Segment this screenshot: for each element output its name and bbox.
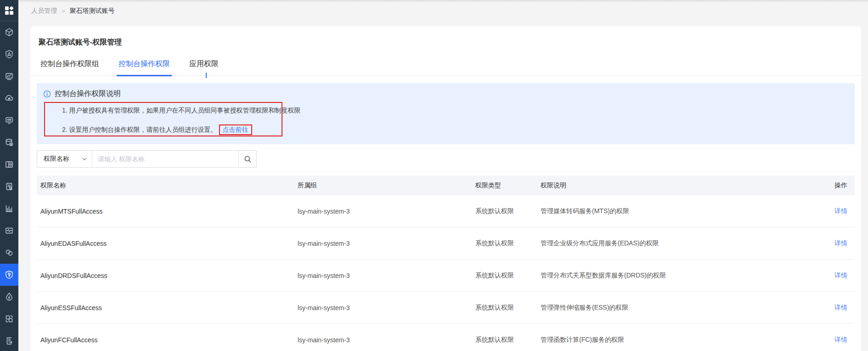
- top-shadow: [0, 0, 868, 3]
- tab-indicator-fragment: [206, 73, 207, 78]
- permission-type: 系统默认权限: [472, 239, 537, 248]
- permission-desc: 管理媒体转码服务(MTS)的权限: [537, 207, 794, 215]
- notice-line-1: 1. 用户被授权具有管理权限，如果用户在不同人员组同事被授权管理权限和制度权限: [62, 107, 301, 115]
- detail-link[interactable]: 详情: [834, 239, 847, 247]
- permission-desc: 管理函数计算(FC)服务的权限: [537, 336, 794, 344]
- col-group: 所属组: [294, 181, 472, 190]
- sidebar-item-dashboard-layout[interactable]: [0, 153, 18, 176]
- monitor-transfer-icon: [5, 116, 14, 125]
- sidebar-item-document-export[interactable]: [0, 330, 18, 351]
- sidebar-item-drop-energy[interactable]: [0, 286, 18, 308]
- filter-field-select[interactable]: 权限名称: [37, 151, 92, 167]
- detail-link[interactable]: 详情: [834, 207, 847, 215]
- sidebar-item-monitor-transfer[interactable]: [0, 109, 18, 131]
- permission-type: 系统默认权限: [472, 272, 537, 280]
- notice-line-2-text: 2. 设置用户控制台操作权限，请前往人员组进行设置。: [62, 126, 217, 133]
- sidebar-item-monitor-pulse[interactable]: [0, 220, 18, 242]
- permission-desc: 管理弹性伸缩服务(ESS)的权限: [537, 304, 794, 312]
- sidebar-item-document-search[interactable]: [0, 176, 18, 198]
- notice-line-2: 2. 设置用户控制台操作权限，请前往人员组进行设置。点击前往: [62, 126, 252, 134]
- permission-name: AliyunFCFullAccess: [37, 336, 294, 344]
- content-card: 聚石塔测试账号-权限管理 控制台操作权限组 控制台操作权限 应用权限 控制台操作…: [30, 26, 861, 351]
- sidebar-item-cloud-network[interactable]: [0, 87, 18, 109]
- detail-link[interactable]: 详情: [834, 304, 847, 311]
- permission-type: 系统默认权限: [472, 207, 537, 215]
- table-header: 权限名称 所属组 权限类型 权限说明 操作: [37, 176, 855, 195]
- chart-monitor-icon: [5, 72, 14, 81]
- swap-icon: [5, 314, 14, 323]
- tab-bar: 控制台操作权限组 控制台操作权限 应用权限: [30, 59, 861, 76]
- drop-energy-icon: [5, 292, 14, 301]
- col-description: 权限说明: [537, 181, 794, 190]
- permission-type: 系统默认权限: [472, 304, 537, 312]
- search-group: 权限名称: [37, 150, 257, 168]
- detail-link[interactable]: 详情: [834, 336, 847, 343]
- sidebar-item-shield-key-active[interactable]: [0, 264, 18, 286]
- permission-table: 权限名称 所属组 权限类型 权限说明 操作 AliyunMTSFullAcces…: [37, 176, 855, 351]
- permission-group: lsy-main-system-3: [294, 208, 472, 215]
- sidebar-item-swap[interactable]: [0, 308, 18, 330]
- linked-rings-icon: [5, 248, 14, 257]
- bar-chart-icon: [5, 204, 14, 213]
- chevron-down-icon: [82, 156, 87, 162]
- grid-logo-icon: [4, 5, 15, 16]
- breadcrumb-separator: >: [62, 8, 65, 15]
- table-row: AliyunDRDSFullAccess lsy-main-system-3 系…: [37, 260, 855, 292]
- cloud-network-icon: [5, 94, 14, 103]
- table-row: AliyunEDASFullAccess lsy-main-system-3 系…: [37, 227, 855, 260]
- permission-group: lsy-main-system-3: [294, 304, 472, 311]
- table-row: AliyunESSFullAccess lsy-main-system-3 系统…: [37, 292, 855, 324]
- document-export-icon: [5, 336, 14, 345]
- breadcrumb-parent-link[interactable]: 人员管理: [31, 7, 57, 15]
- breadcrumb-current: 聚石塔测试账号: [70, 7, 115, 15]
- permission-group: lsy-main-system-3: [294, 336, 472, 344]
- detail-link[interactable]: 详情: [834, 272, 847, 279]
- permission-group: lsy-main-system-3: [294, 272, 472, 279]
- info-circle-icon: [43, 90, 51, 98]
- table-row: AliyunFCFullAccess lsy-main-system-3 系统默…: [37, 324, 855, 351]
- permission-desc: 管理企业级分布式应用服务(EDAS)的权限: [537, 239, 794, 248]
- shield-key-icon: [5, 270, 14, 279]
- shield-triangle-icon: [5, 50, 14, 59]
- notice-banner: 控制台操作权限说明 1. 用户被授权具有管理权限，如果用户在不同人员组同事被授权…: [37, 83, 855, 144]
- sidebar-item-shield-triangle[interactable]: [0, 43, 18, 65]
- permission-name: AliyunMTSFullAccess: [37, 208, 294, 215]
- search-input[interactable]: [92, 151, 238, 167]
- sidebar: [0, 0, 18, 351]
- cube-icon: [5, 28, 14, 37]
- page-title: 聚石塔测试账号-权限管理: [30, 26, 861, 48]
- tab-console-permission[interactable]: 控制台操作权限: [117, 59, 172, 76]
- permission-group: lsy-main-system-3: [294, 240, 472, 247]
- tab-app-permission[interactable]: 应用权限: [187, 59, 220, 75]
- sidebar-item-chart-monitor[interactable]: [0, 65, 18, 87]
- col-type: 权限类型: [472, 181, 537, 190]
- go-to-link[interactable]: 点击前往: [219, 125, 252, 135]
- database-download-icon: [5, 138, 14, 147]
- sidebar-nav: [0, 21, 18, 351]
- table-row: AliyunMTSFullAccess lsy-main-system-3 系统…: [37, 195, 855, 227]
- monitor-pulse-icon: [5, 226, 14, 235]
- permission-name: AliyunESSFullAccess: [37, 304, 294, 311]
- app-logo[interactable]: [0, 0, 18, 21]
- search-button[interactable]: [238, 150, 257, 168]
- search-row: 权限名称: [37, 150, 861, 168]
- col-permission-name: 权限名称: [37, 181, 294, 190]
- breadcrumb: 人员管理 > 聚石塔测试账号: [18, 0, 868, 22]
- notice-title: 控制台操作权限说明: [55, 89, 121, 99]
- permission-name: AliyunEDASFullAccess: [37, 240, 294, 247]
- dashboard-layout-icon: [5, 160, 14, 169]
- col-actions: 操作: [794, 181, 855, 190]
- sidebar-item-bar-chart[interactable]: [0, 198, 18, 220]
- sidebar-item-database-download[interactable]: [0, 131, 18, 153]
- sidebar-item-linked-rings[interactable]: [0, 242, 18, 264]
- magnifier-icon: [244, 155, 252, 163]
- permission-type: 系统默认权限: [472, 336, 537, 344]
- tab-console-permission-group[interactable]: 控制台操作权限组: [39, 59, 101, 75]
- permission-desc: 管理分布式关系型数据库服务(DRDS)的权限: [537, 272, 794, 280]
- permission-name: AliyunDRDSFullAccess: [37, 272, 294, 279]
- document-search-icon: [5, 182, 14, 191]
- filter-field-label: 权限名称: [44, 155, 69, 163]
- sidebar-item-cube[interactable]: [0, 21, 18, 43]
